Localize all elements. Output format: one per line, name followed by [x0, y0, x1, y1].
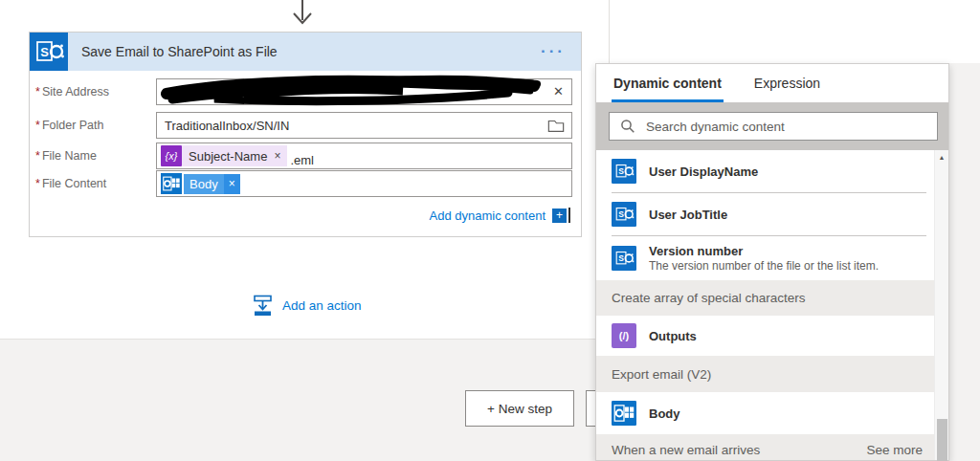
expression-fx-icon: {x}: [161, 145, 182, 166]
remove-token-icon[interactable]: ×: [274, 149, 280, 163]
body-token[interactable]: Body: [184, 174, 224, 194]
add-action-label: Add an action: [282, 298, 362, 313]
field-row-file-content: *File Content Body ×: [30, 170, 583, 197]
sharepoint-icon: S: [612, 159, 636, 184]
section-header-export-email: Export email (V2): [596, 356, 936, 392]
add-dynamic-content-link[interactable]: Add dynamic content +: [430, 208, 570, 223]
field-label: *File Content: [35, 170, 106, 197]
section-header-create-array: Create array of special characters: [596, 280, 936, 316]
field-label: *Folder Path: [35, 112, 104, 139]
outlook-icon: [161, 173, 182, 194]
field-row-folder-path: *Folder Path TraditionalInbox/SN/IN: [30, 112, 583, 139]
field-row-file-name: *File Name {x} Subject-Name× .eml: [30, 143, 583, 169]
field-label: *File Name: [35, 143, 97, 169]
action-menu-ellipsis-icon[interactable]: ···: [541, 42, 581, 61]
canvas-right-strip: [949, 63, 980, 461]
action-card: S Save Email to SharePoint as File ··· *…: [29, 32, 582, 237]
field-row-site-address: *Site Address ✕: [30, 78, 583, 105]
subject-name-token[interactable]: Subject-Name×: [182, 145, 287, 166]
file-name-suffix: .eml: [290, 153, 314, 167]
sharepoint-icon: S: [612, 202, 636, 227]
new-step-button[interactable]: + New step: [465, 390, 574, 427]
scrollbar-thumb[interactable]: [937, 419, 947, 461]
add-action-button[interactable]: Add an action: [252, 295, 362, 317]
search-icon: [620, 119, 635, 134]
list-item-outputs[interactable]: (/) Outputs: [596, 316, 936, 356]
list-item-user-jobtitle[interactable]: S User JobTitle: [596, 193, 936, 235]
dynamic-content-panel: Dynamic content Expression S User Displa…: [595, 63, 949, 461]
outlook-icon: [612, 401, 636, 426]
remove-token-icon[interactable]: ×: [224, 174, 240, 194]
site-address-input[interactable]: ✕: [156, 78, 572, 105]
sharepoint-icon: S: [30, 33, 68, 71]
file-content-input[interactable]: Body ×: [156, 170, 572, 197]
svg-text:S: S: [618, 166, 624, 176]
panel-tabs: Dynamic content Expression: [596, 64, 948, 102]
folder-picker-icon[interactable]: [547, 118, 565, 133]
insert-action-icon: [252, 295, 274, 317]
svg-text:S: S: [40, 45, 49, 59]
list-item-version-number[interactable]: S Version number The version number of t…: [596, 236, 936, 280]
clear-icon[interactable]: ✕: [553, 79, 564, 104]
search-box[interactable]: [609, 112, 938, 141]
folder-path-input[interactable]: TraditionalInbox/SN/IN: [156, 112, 572, 139]
sharepoint-icon: S: [612, 246, 636, 271]
outputs-icon: (/): [612, 323, 636, 348]
list-item-user-displayname[interactable]: S User DisplayName: [596, 150, 936, 192]
text-cursor: [568, 208, 570, 223]
required-mark: *: [35, 149, 40, 163]
svg-text:S: S: [618, 209, 624, 219]
tab-dynamic-content[interactable]: Dynamic content: [613, 64, 722, 102]
dynamic-content-list: S User DisplayName S User JobTitle S Ver…: [596, 150, 936, 460]
list-item-body[interactable]: Body: [596, 392, 936, 434]
scroll-up-icon[interactable]: ▲: [935, 154, 948, 161]
search-input[interactable]: [644, 119, 937, 135]
file-name-input[interactable]: {x} Subject-Name× .eml: [156, 143, 572, 169]
action-card-header[interactable]: S Save Email to SharePoint as File ···: [30, 33, 581, 71]
panel-scrollbar[interactable]: ▲: [934, 150, 948, 460]
plus-icon[interactable]: +: [552, 209, 567, 223]
section-header-when-new-email: When a new email arrives See more: [596, 434, 936, 460]
designer-divider: [609, 0, 610, 63]
required-mark: *: [35, 85, 40, 99]
tab-expression[interactable]: Expression: [754, 64, 820, 102]
see-more-link[interactable]: See more: [866, 443, 923, 457]
required-mark: *: [35, 177, 40, 190]
action-title: Save Email to SharePoint as File: [81, 44, 278, 59]
field-label: *Site Address: [35, 78, 109, 105]
redaction-scribble: [159, 73, 542, 109]
search-area: [596, 102, 948, 150]
flow-connector-arrow-icon: [286, 0, 319, 29]
folder-path-value: TraditionalInbox/SN/IN: [165, 119, 289, 133]
required-mark: *: [35, 119, 40, 132]
svg-text:S: S: [618, 253, 624, 263]
